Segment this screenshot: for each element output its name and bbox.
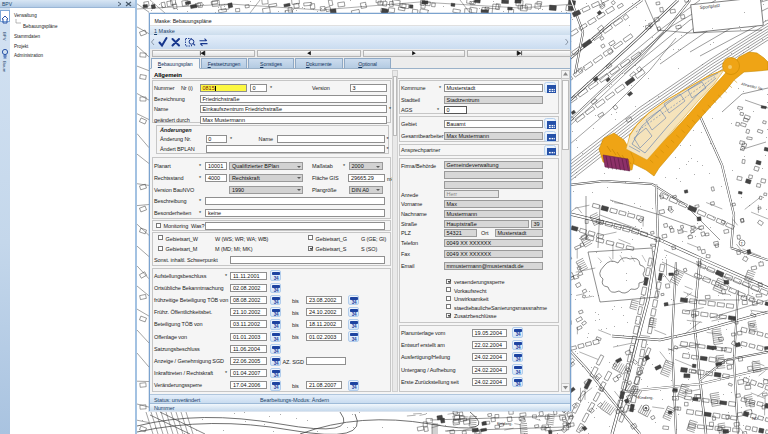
svg-text:ND: ND <box>752 416 758 421</box>
svg-text:Kinderg.: Kinderg. <box>497 421 513 426</box>
svg-text:Kinderg.: Kinderg. <box>638 395 654 400</box>
